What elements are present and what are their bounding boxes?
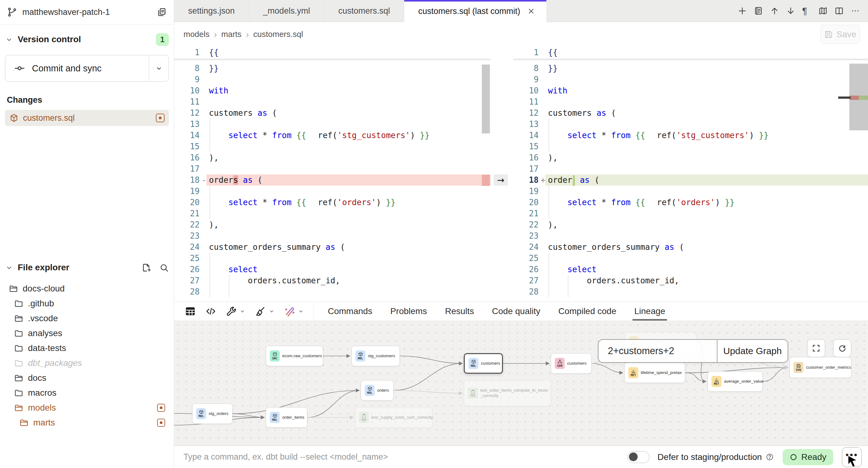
sidebar-item-macros[interactable]: macros — [5, 385, 169, 400]
sidebar-item-dbt-packages[interactable]: dbt_packages — [5, 356, 169, 371]
help-icon[interactable] — [766, 453, 774, 461]
code-line-23: 23 — [174, 230, 491, 242]
tab--models-yml[interactable]: _models.yml — [249, 0, 324, 22]
line-number: 22 — [190, 220, 199, 229]
lineage-node-stg_customers[interactable]: MDLstg_customers — [351, 346, 400, 366]
code-line-23: 23 — [513, 230, 868, 242]
defer-toggle[interactable] — [627, 451, 649, 463]
scrollbar-thumb[interactable] — [482, 65, 490, 133]
refresh-icon — [838, 344, 846, 352]
folder-label: marts — [33, 418, 55, 428]
sidebar-item--vscode[interactable]: .vscode — [5, 311, 169, 326]
lineage-node-customers_mdl[interactable]: MDLcustomers — [464, 353, 503, 374]
refresh-graph-button[interactable] — [833, 339, 851, 357]
lineage-node-lifetime_spend[interactable]: METlifetime_spend_pretax — [624, 363, 685, 383]
sidebar-item-analyses[interactable]: analyses — [5, 326, 169, 341]
node-label: test_supply_costs_sum_correctly — [371, 415, 433, 420]
panel-tab-code-quality[interactable]: Code quality — [492, 302, 540, 320]
diff-gutter: → — [491, 46, 513, 302]
lineage-canvas[interactable]: 2+customers+2 Update Graph SRCecom.raw_c… — [174, 321, 868, 446]
copy-branch-icon[interactable] — [156, 7, 167, 18]
diff-pane-original[interactable]: 8}}910with1112customers as (1314 select … — [174, 46, 491, 302]
wrench-button[interactable] — [226, 306, 246, 317]
tab-label: customers.sql — [338, 6, 390, 16]
close-icon[interactable] — [527, 7, 535, 15]
outline-icon[interactable] — [754, 6, 763, 15]
plus-icon[interactable] — [738, 6, 747, 15]
sidebar-item-marts[interactable]: marts — [5, 415, 169, 430]
tab-customers-sql-last-commit-[interactable]: customers.sql (last commit) — [404, 0, 547, 22]
file-explorer-header[interactable]: File explorer — [5, 259, 169, 276]
line-number: 11 — [190, 97, 199, 106]
commit-and-sync-button[interactable]: Commit and sync — [5, 55, 169, 82]
lineage-node-test_order_items[interactable]: TSTtest_order_items_compute_to_bools _co… — [464, 380, 551, 406]
line-number: 1 — [195, 48, 199, 57]
breadcrumb-item[interactable]: marts — [221, 30, 242, 39]
breadcrumb-item[interactable]: customers.sql — [253, 30, 303, 39]
lineage-node-raw_customers[interactable]: SRCecom.raw_customers — [266, 346, 323, 366]
lineage-node-customer_order_metrics[interactable]: SVQcustomer_order_metrics — [789, 357, 851, 378]
lineage-selector-input[interactable]: 2+customers+2 — [598, 340, 717, 362]
panel-tab-lineage[interactable]: Lineage — [634, 302, 665, 320]
commit-options-caret[interactable] — [149, 55, 168, 81]
panel-tab-problems[interactable]: Problems — [390, 302, 427, 320]
apply-change-arrow[interactable]: → — [494, 175, 508, 186]
folder-open-icon — [14, 403, 23, 412]
wand-button[interactable] — [284, 306, 304, 317]
lineage-node-average_order_value[interactable]: METaverage_order_value — [708, 371, 763, 392]
version-control-header[interactable]: Version control 1 — [5, 31, 169, 48]
changed-file-customers-sql[interactable]: customers.sql — [5, 110, 169, 126]
code-line-17: 17 — [513, 163, 868, 175]
chevron-down-icon[interactable] — [298, 308, 304, 314]
breadcrumb-separator: › — [214, 29, 217, 40]
code-line-18: 18+order as ( — [513, 175, 868, 186]
broom-button[interactable] — [255, 306, 275, 317]
line-number: 13 — [190, 120, 199, 129]
ellipsis-icon[interactable] — [850, 6, 860, 15]
arrow-down-icon[interactable] — [786, 6, 795, 15]
sidebar-item-data-tests[interactable]: data-tests — [5, 341, 169, 356]
lineage-node-order_items[interactable]: MDLorder_items — [266, 407, 307, 428]
search-icon[interactable] — [159, 263, 169, 273]
commit-and-sync-main[interactable]: Commit and sync — [5, 55, 149, 81]
diff-pane-modified[interactable]: 8}}910with1112customers as (1314 select … — [513, 46, 868, 302]
pilcrow-icon[interactable]: ¶ — [802, 6, 811, 15]
panel-tab-commands[interactable]: Commands — [328, 302, 372, 320]
sidebar-item-docs-cloud[interactable]: docs-cloud — [5, 281, 169, 296]
folder-open-icon — [14, 373, 23, 383]
code-lines-original: 8}}910with1112customers as (1314 select … — [174, 63, 491, 297]
code-line-28: 28 — [174, 286, 491, 297]
panel-tab-results[interactable]: Results — [445, 302, 474, 320]
lineage-node-stg_orders[interactable]: MDLstg_orders — [192, 403, 232, 424]
met-node-icon: MET — [712, 376, 721, 387]
save-button[interactable]: Save — [820, 25, 860, 44]
lineage-node-orders[interactable]: MDLorders — [361, 380, 394, 401]
sidebar-item--github[interactable]: .github — [5, 296, 169, 311]
split-view-icon[interactable] — [834, 6, 844, 15]
sidebar-item-docs[interactable]: docs — [5, 371, 169, 385]
code-line-24: 24customer_orders_summary as ( — [513, 242, 868, 253]
line-number: 26 — [190, 265, 199, 274]
command-input[interactable] — [183, 452, 627, 462]
arrow-up-icon[interactable] — [770, 6, 779, 15]
sem-node-icon: SEM — [555, 358, 565, 369]
tab-customers-sql[interactable]: customers.sql — [324, 0, 404, 22]
branch-name[interactable]: matthewshaver-patch-1 — [22, 7, 110, 17]
lineage-node-customers_sem[interactable]: SEMcustomers — [551, 353, 592, 374]
panel-tab-compiled-code[interactable]: Compiled code — [558, 302, 616, 320]
fullscreen-button[interactable] — [807, 339, 825, 357]
tab-settings-json[interactable]: settings.json — [174, 0, 249, 22]
update-graph-button[interactable]: Update Graph — [717, 340, 787, 362]
sidebar-item-models[interactable]: models — [5, 400, 169, 415]
breadcrumb-item[interactable]: models — [183, 30, 210, 39]
map-icon[interactable] — [818, 6, 828, 15]
new-file-icon[interactable] — [142, 263, 151, 273]
lineage-node-test_supply[interactable]: TSTtest_supply_costs_sum_correctly — [355, 407, 432, 428]
table-button[interactable] — [185, 306, 196, 317]
code-button[interactable] — [205, 306, 216, 317]
code-line-16: 16), — [513, 152, 868, 163]
code-line-27: 27 orders.customer_id, — [174, 275, 491, 286]
chevron-down-icon[interactable] — [269, 308, 275, 314]
node-label: orders — [377, 388, 389, 393]
chevron-down-icon[interactable] — [239, 308, 246, 314]
